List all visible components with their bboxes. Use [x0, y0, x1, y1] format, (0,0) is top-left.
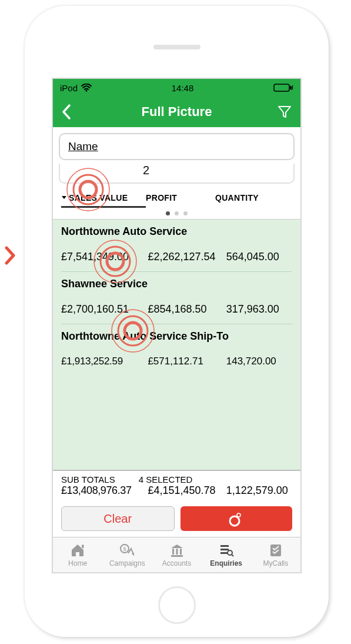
- back-button[interactable]: [61, 104, 81, 120]
- phone-home-button[interactable]: [158, 586, 196, 624]
- home-icon: [70, 543, 85, 558]
- page-dot-3[interactable]: [183, 211, 188, 215]
- filter-icon: [277, 104, 292, 119]
- phone-speaker: [153, 45, 200, 49]
- subtotal-quantity: 1,122,579.00: [226, 484, 292, 497]
- table-row[interactable]: Northtowne Auto Service Ship-To £1,913,2…: [53, 324, 300, 370]
- campaigns-icon: $: [119, 543, 135, 558]
- table-row[interactable]: Shawnee Service £2,700,160.51 £854,168.5…: [53, 272, 300, 324]
- device-label: iPod: [60, 83, 78, 93]
- subtotals-label: SUB TOTALS: [61, 474, 115, 484]
- tab-accounts[interactable]: Accounts: [152, 537, 201, 572]
- svg-text:$: $: [123, 546, 126, 552]
- caret-down-icon: [61, 195, 67, 200]
- page-dots[interactable]: [53, 210, 300, 220]
- row-sales: £7,541,349.00: [61, 251, 148, 263]
- svg-rect-10: [171, 555, 183, 557]
- status-time: 14:48: [172, 83, 194, 93]
- link-circles-icon: [226, 510, 246, 527]
- row-sales: £2,700,160.51: [61, 303, 148, 316]
- subtotals-bar: SUB TOTALS 4 SELECTED £13,408,976.37 £4,…: [53, 470, 300, 502]
- svg-rect-15: [270, 545, 281, 556]
- accounts-icon: [169, 543, 185, 558]
- svg-rect-12: [220, 549, 229, 550]
- row-sales: £1,913,252.59: [61, 356, 148, 367]
- tab-campaigns[interactable]: $ Campaigns: [102, 537, 152, 572]
- svg-point-4: [230, 516, 239, 526]
- content-area: Name 2 SALES VALUE PROFIT QUANTITY: [53, 127, 300, 537]
- row-quantity: 317,963.00: [226, 303, 292, 316]
- subtotal-sales: £13,408,976.37: [61, 484, 148, 497]
- pointer-chevron-icon: [5, 246, 16, 265]
- sort-profit[interactable]: PROFIT: [146, 193, 215, 208]
- svg-point-14: [228, 550, 232, 555]
- status-bar: iPod 14:48: [53, 79, 300, 97]
- svg-rect-1: [274, 84, 289, 91]
- filter-button[interactable]: [272, 104, 292, 119]
- chevron-left-icon: [61, 104, 72, 120]
- tab-bar: Home $ Campaigns Accounts Enquiries MyCa…: [53, 537, 300, 572]
- column-headers: SALES VALUE PROFIT QUANTITY: [53, 188, 300, 210]
- svg-rect-11: [220, 545, 229, 547]
- tab-enquiries[interactable]: Enquiries: [202, 537, 251, 572]
- row-name: Shawnee Service: [61, 278, 292, 303]
- result-rows: Northtowne Auto Service £7,541,349.00 £2…: [53, 220, 300, 470]
- row-name: Northtowne Auto Service Ship-To: [61, 330, 292, 356]
- mycalls-icon: [268, 543, 283, 558]
- page-dot-2[interactable]: [175, 211, 179, 215]
- phone-frame: iPod 14:48 Full P: [25, 6, 329, 637]
- enquiries-icon: [219, 543, 234, 558]
- row-profit: £2,262,127.54: [148, 251, 226, 263]
- svg-rect-7: [172, 549, 174, 555]
- svg-rect-2: [290, 86, 292, 89]
- row-quantity: 143,720.00: [226, 356, 292, 367]
- sort-sales-value[interactable]: SALES VALUE: [61, 193, 146, 208]
- partial-row: 2: [59, 164, 295, 184]
- search-label: Name: [68, 140, 98, 152]
- page-title: Full Picture: [142, 104, 212, 119]
- partial-value: 2: [143, 164, 225, 177]
- selected-count: 4 SELECTED: [139, 474, 193, 484]
- row-profit: £571,112.71: [148, 356, 226, 367]
- clear-button[interactable]: Clear: [61, 506, 175, 531]
- row-profit: £854,168.50: [148, 303, 226, 316]
- nav-bar: Full Picture: [53, 97, 300, 127]
- svg-rect-9: [180, 549, 182, 555]
- page-dot-1[interactable]: [166, 211, 170, 215]
- table-row[interactable]: Northtowne Auto Service £7,541,349.00 £2…: [53, 220, 300, 272]
- wifi-icon: [81, 84, 92, 92]
- screen: iPod 14:48 Full P: [52, 78, 302, 573]
- sort-quantity[interactable]: QUANTITY: [215, 193, 292, 208]
- tab-mycalls[interactable]: MyCalls: [251, 537, 300, 572]
- drill-button[interactable]: [180, 506, 293, 531]
- row-name: Northtowne Auto Service: [61, 225, 292, 251]
- battery-icon: [273, 83, 293, 92]
- subtotal-profit: £4,151,450.78: [148, 484, 226, 497]
- svg-point-0: [86, 90, 88, 92]
- svg-rect-8: [176, 549, 178, 555]
- tab-home[interactable]: Home: [53, 537, 102, 572]
- search-field[interactable]: Name: [59, 133, 295, 160]
- row-quantity: 564,045.00: [226, 251, 292, 263]
- action-buttons: Clear: [53, 502, 300, 537]
